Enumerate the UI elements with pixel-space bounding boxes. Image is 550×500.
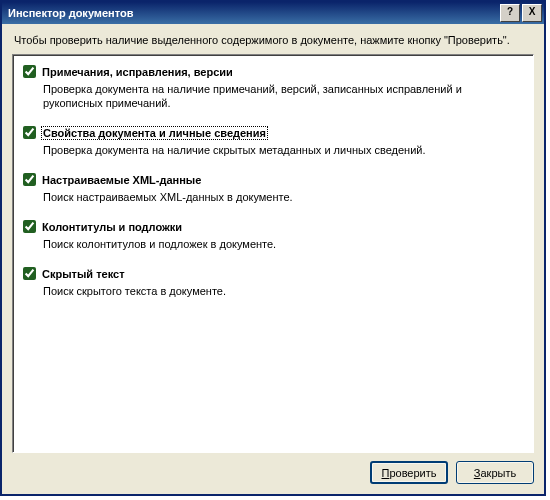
inspector-option: Настраиваемые XML-данныеПоиск настраивае… [23, 173, 525, 204]
dialog-button-row: Проверить Закрыть [2, 461, 544, 494]
instruction-text: Чтобы проверить наличие выделенного соде… [2, 24, 544, 54]
option-header: Скрытый текст [23, 267, 525, 280]
option-title[interactable]: Колонтитулы и подложки [42, 221, 182, 233]
inspector-option: Скрытый текстПоиск скрытого текста в док… [23, 267, 525, 298]
titlebar-buttons: ? X [500, 4, 542, 22]
option-title[interactable]: Примечания, исправления, версии [42, 66, 233, 78]
option-checkbox[interactable] [23, 267, 36, 280]
option-title[interactable]: Настраиваемые XML-данные [42, 174, 201, 186]
option-header: Примечания, исправления, версии [23, 65, 525, 78]
inspect-button[interactable]: Проверить [370, 461, 448, 484]
option-header: Колонтитулы и подложки [23, 220, 525, 233]
option-title[interactable]: Свойства документа и личные сведения [42, 127, 267, 139]
close-window-button[interactable]: X [522, 4, 542, 22]
inspector-option: Примечания, исправления, версииПроверка … [23, 65, 525, 110]
close-button[interactable]: Закрыть [456, 461, 534, 484]
option-description: Поиск скрытого текста в документе. [43, 284, 523, 298]
option-description: Проверка документа на наличие примечаний… [43, 82, 523, 110]
document-inspector-dialog: Инспектор документов ? X Чтобы проверить… [0, 0, 546, 496]
inspector-option: Свойства документа и личные сведенияПров… [23, 126, 525, 157]
option-checkbox[interactable] [23, 173, 36, 186]
inspector-option: Колонтитулы и подложкиПоиск колонтитулов… [23, 220, 525, 251]
option-header: Настраиваемые XML-данные [23, 173, 525, 186]
option-description: Поиск настраиваемых XML-данных в докумен… [43, 190, 523, 204]
option-checkbox[interactable] [23, 220, 36, 233]
help-button[interactable]: ? [500, 4, 520, 22]
option-title[interactable]: Скрытый текст [42, 268, 125, 280]
window-title: Инспектор документов [8, 7, 500, 19]
option-description: Поиск колонтитулов и подложек в документ… [43, 237, 523, 251]
option-checkbox[interactable] [23, 126, 36, 139]
option-description: Проверка документа на наличие скрытых ме… [43, 143, 523, 157]
inspector-options-panel: Примечания, исправления, версииПроверка … [12, 54, 534, 453]
option-checkbox[interactable] [23, 65, 36, 78]
option-header: Свойства документа и личные сведения [23, 126, 525, 139]
titlebar: Инспектор документов ? X [2, 2, 544, 24]
